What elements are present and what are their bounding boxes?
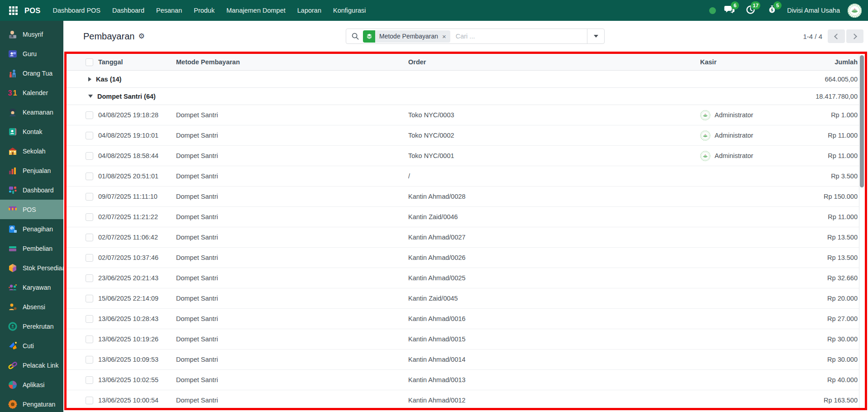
- cell-metode: Dompet Santri: [176, 376, 408, 383]
- sidebar-item-penagihan[interactable]: $ Penagihan: [0, 219, 63, 239]
- table-row[interactable]: 01/08/2025 20:51:01 Dompet Santri / Rp 3…: [67, 166, 865, 187]
- scrollbar-thumb[interactable]: [860, 55, 864, 187]
- pager-previous-button[interactable]: [828, 29, 845, 43]
- sidebar-item-musyrif[interactable]: Musyrif: [0, 24, 63, 44]
- search-dropdown-toggle[interactable]: [587, 29, 604, 43]
- table-row[interactable]: 13/06/2025 10:02:55 Dompet Santri Kantin…: [67, 370, 865, 390]
- cell-tanggal: 04/08/2025 19:18:28: [98, 111, 176, 119]
- column-order[interactable]: Order: [408, 58, 700, 66]
- sidebar-item-pembelian[interactable]: Pembelian: [0, 239, 63, 258]
- scrollbar-track[interactable]: [859, 54, 865, 408]
- row-checkbox[interactable]: [86, 111, 93, 119]
- row-checkbox[interactable]: [86, 152, 93, 160]
- sidebar-item-sekolah[interactable]: Sekolah: [0, 141, 63, 161]
- sidebar-item-label: Karyawan: [23, 284, 51, 291]
- top-menu-item-konfigurasi[interactable]: Konfigurasi: [327, 0, 372, 21]
- row-checkbox[interactable]: [86, 254, 93, 262]
- sidebar-item-kontak[interactable]: Kontak: [0, 122, 63, 141]
- top-menu-item-pesanan[interactable]: Pesanan: [150, 0, 188, 21]
- activities-button[interactable]: 17: [745, 5, 756, 16]
- cell-metode: Dompet Santri: [176, 274, 408, 282]
- table-row[interactable]: 13/06/2025 10:28:43 Dompet Santri Kantin…: [67, 309, 865, 329]
- cell-tanggal: 02/07/2025 11:21:22: [98, 213, 176, 220]
- view-settings-gear-icon[interactable]: ⚙: [138, 33, 144, 40]
- sidebar-item-absensi[interactable]: Absensi: [0, 297, 63, 316]
- app-brand[interactable]: POS: [24, 6, 40, 15]
- sidebar: Musyrif Guru Orang Tua 31 Kalender Keama…: [0, 21, 63, 412]
- row-checkbox[interactable]: [86, 172, 93, 180]
- sidebar-item-penjualan[interactable]: Penjualan: [0, 161, 63, 180]
- top-menu-item-manajemen-dompet[interactable]: Manajemen Dompet: [220, 0, 291, 21]
- sidebar-item-perekrutan[interactable]: Perekrutan: [0, 316, 63, 336]
- messages-button[interactable]: 6: [724, 5, 735, 16]
- cell-kasir: Administrator: [700, 130, 795, 141]
- sidebar-item-cuti[interactable]: Cuti: [0, 336, 63, 355]
- top-menu-item-dashboard-pos[interactable]: Dashboard POS: [47, 0, 106, 21]
- table-row[interactable]: 04/08/2025 19:18:28 Dompet Santri Toko N…: [67, 105, 865, 125]
- table-row[interactable]: 13/06/2025 10:19:26 Dompet Santri Kantin…: [67, 329, 865, 350]
- row-checkbox[interactable]: [86, 132, 93, 139]
- chevron-left-icon: [834, 34, 840, 39]
- company-name[interactable]: Divisi Amal Usaha: [787, 7, 840, 14]
- row-checkbox[interactable]: [86, 335, 93, 343]
- column-tanggal[interactable]: Tanggal: [98, 58, 176, 66]
- row-checkbox[interactable]: [86, 213, 93, 221]
- cell-metode: Dompet Santri: [176, 213, 408, 220]
- column-metode-pembayaran[interactable]: Metode Pembayaran: [176, 58, 408, 66]
- group-row[interactable]: Kas (14) 664.005,00: [67, 71, 865, 88]
- cell-jumlah: Rp 27.000: [795, 315, 858, 322]
- sidebar-item-keamanan[interactable]: Keamanan: [0, 102, 63, 122]
- table-row[interactable]: 23/06/2025 20:21:43 Dompet Santri Kantin…: [67, 268, 865, 288]
- sidebar-item-dashboard[interactable]: Dashboard: [0, 180, 63, 200]
- sidebar-item-pelacak-link[interactable]: Pelacak Link: [0, 355, 63, 375]
- cell-metode: Dompet Santri: [176, 315, 408, 322]
- sidebar-item-orang-tua[interactable]: Orang Tua: [0, 63, 63, 83]
- sidebar-item-kalender[interactable]: 31 Kalender: [0, 83, 63, 102]
- top-menu-item-produk[interactable]: Produk: [188, 0, 220, 21]
- table-row[interactable]: 04/08/2025 18:58:44 Dompet Santri Toko N…: [67, 146, 865, 166]
- cell-order: Kantin Ahmad/0026: [408, 254, 700, 261]
- row-checkbox[interactable]: [86, 234, 93, 241]
- table-row[interactable]: 13/06/2025 10:00:54 Dompet Santri Kantin…: [67, 390, 865, 410]
- sidebar-item-karyawan[interactable]: Karyawan: [0, 278, 63, 297]
- sidebar-item-stok-persediaan[interactable]: Stok Persediaan: [0, 258, 63, 278]
- sidebar-item-aplikasi[interactable]: Aplikasi: [0, 375, 63, 394]
- column-jumlah[interactable]: Jumlah: [795, 58, 858, 66]
- kontak-icon: [7, 126, 19, 138]
- row-checkbox[interactable]: [86, 193, 93, 201]
- top-menu-item-laporan[interactable]: Laporan: [291, 0, 327, 21]
- table-row[interactable]: 04/08/2025 19:10:01 Dompet Santri Toko N…: [67, 125, 865, 146]
- cell-order: Toko NYC/0001: [408, 152, 700, 159]
- keamanan-icon: [7, 106, 19, 118]
- top-menu: Dashboard POSDashboardPesananProdukManaj…: [47, 0, 372, 21]
- table-row[interactable]: 09/07/2025 11:11:10 Dompet Santri Kantin…: [67, 187, 865, 207]
- user-avatar[interactable]: [848, 4, 862, 18]
- remove-filter-icon[interactable]: ×: [442, 33, 446, 40]
- sidebar-item-guru[interactable]: Guru: [0, 44, 63, 63]
- table-row[interactable]: 13/06/2025 10:09:53 Dompet Santri Kantin…: [67, 350, 865, 370]
- table-row[interactable]: 02/07/2025 11:06:42 Dompet Santri Kantin…: [67, 227, 865, 248]
- search-bar[interactable]: Metode Pembayaran ×: [346, 29, 605, 44]
- table-row[interactable]: 02/07/2025 11:21:22 Dompet Santri Kantin…: [67, 207, 865, 227]
- pager-next-button[interactable]: [846, 29, 863, 43]
- row-checkbox[interactable]: [86, 376, 93, 384]
- sidebar-item-pos[interactable]: POS: [0, 200, 63, 219]
- row-checkbox[interactable]: [86, 356, 93, 364]
- group-row[interactable]: Dompet Santri (64) 18.417.780,00: [67, 88, 865, 105]
- select-all-checkbox[interactable]: [86, 58, 93, 66]
- search-input[interactable]: [455, 32, 587, 40]
- sidebar-item-pengaturan[interactable]: Pengaturan: [0, 394, 63, 412]
- apps-grid-icon[interactable]: [5, 0, 21, 21]
- table-row[interactable]: 02/07/2025 10:37:46 Dompet Santri Kantin…: [67, 248, 865, 268]
- cell-tanggal: 13/06/2025 10:02:55: [98, 376, 176, 383]
- row-checkbox[interactable]: [86, 315, 93, 323]
- wallet-button[interactable]: $ 5: [766, 5, 777, 16]
- row-checkbox[interactable]: [86, 295, 93, 302]
- column-kasir[interactable]: Kasir: [700, 58, 795, 66]
- cell-jumlah: Rp 150.000: [795, 193, 858, 200]
- table-row[interactable]: 15/06/2025 22:14:09 Dompet Santri Kantin…: [67, 288, 865, 309]
- top-menu-item-dashboard[interactable]: Dashboard: [106, 0, 150, 21]
- search-filter-chip[interactable]: Metode Pembayaran ×: [363, 30, 450, 43]
- row-checkbox[interactable]: [86, 397, 93, 404]
- row-checkbox[interactable]: [86, 274, 93, 282]
